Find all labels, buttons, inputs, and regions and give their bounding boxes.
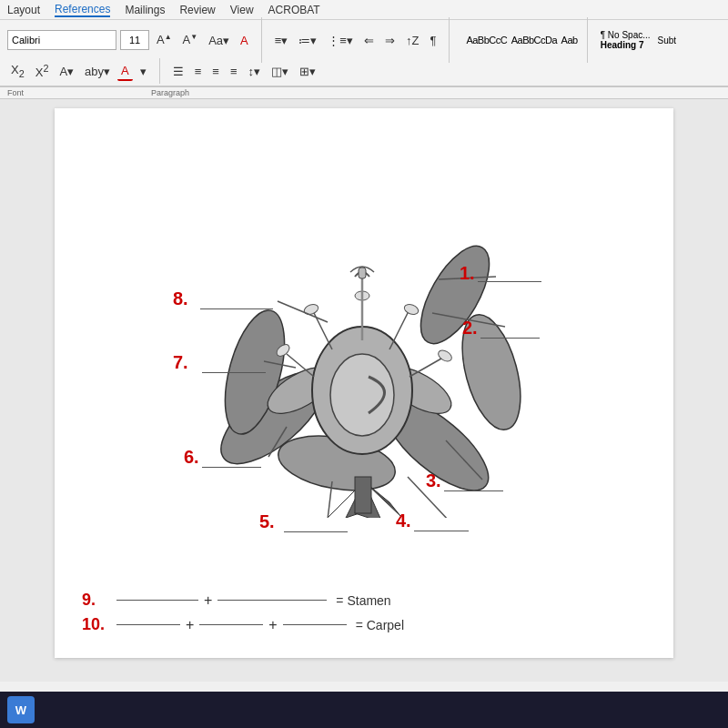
align-right-button[interactable]: ≡ — [208, 63, 223, 80]
equation-row-10: 10. + + = Carpel — [82, 615, 646, 634]
menu-references[interactable]: References — [55, 3, 110, 17]
styles-group: AaBbCcC AaBbCcDa Aab — [466, 35, 577, 46]
font-color-button[interactable]: A — [117, 62, 133, 81]
ribbon-divider-1 — [261, 17, 262, 63]
superscript-button[interactable]: X2 — [32, 61, 53, 81]
menu-acrobat[interactable]: ACROBAT — [268, 4, 320, 16]
flower-diagram-container: 1. 2. 3. 4. 5. 6. 7. 8. — [82, 126, 646, 581]
label-line-5 — [284, 531, 348, 532]
pilcrow-button[interactable]: ¶ — [426, 32, 440, 49]
label-4: 4. — [396, 511, 411, 531]
eq-blank-10c — [283, 624, 347, 625]
taskbar: W — [0, 692, 728, 728]
eq-equals-10: = Carpel — [356, 618, 404, 632]
label-3: 3. — [426, 470, 441, 491]
equations-section: 9. + = Stamen 10. + + = Carpel — [82, 591, 646, 634]
highlight-color-button[interactable]: aby▾ — [81, 63, 114, 80]
eq-plus-10b: + — [268, 617, 277, 633]
sort-button[interactable]: ↑Z — [402, 32, 422, 49]
menu-view[interactable]: View — [230, 4, 254, 16]
ribbon-divider-3 — [587, 17, 588, 63]
align-center-button[interactable]: ≡ — [191, 63, 206, 80]
ribbon-divider-2 — [449, 17, 450, 63]
label-1: 1. — [460, 263, 475, 284]
label-2: 2. — [462, 318, 478, 339]
label-line-3 — [444, 490, 503, 491]
document-area: 1. 2. 3. 4. 5. 6. 7. 8. 9. + — [0, 99, 728, 682]
align-left-button[interactable]: ☰ — [169, 63, 187, 80]
svg-line-34 — [278, 301, 328, 322]
subtitle-style[interactable]: Subt — [658, 35, 677, 46]
label-line-1 — [478, 281, 541, 282]
label-6: 6. — [184, 447, 199, 468]
multilevel-button[interactable]: ⋮≡▾ — [324, 32, 357, 49]
font-size-input[interactable] — [120, 30, 149, 50]
svg-line-19 — [389, 313, 408, 349]
eq-blank-10a — [116, 624, 180, 625]
label-line-2 — [480, 338, 540, 339]
menu-bar: Layout References Mailings Review View A… — [0, 0, 728, 20]
bullets-button[interactable]: ≡▾ — [271, 32, 292, 49]
menu-layout[interactable]: Layout — [7, 4, 40, 16]
eq-plus-9: + — [204, 592, 212, 609]
document-page: 1. 2. 3. 4. 5. 6. 7. 8. 9. + — [55, 108, 673, 658]
numbering-button[interactable]: ≔▾ — [295, 32, 320, 49]
eq-num-9: 9. — [82, 591, 107, 610]
svg-point-24 — [437, 349, 454, 364]
svg-point-20 — [403, 303, 420, 317]
svg-line-17 — [314, 313, 332, 349]
decrease-indent-button[interactable]: ⇐ — [360, 32, 378, 49]
label-5: 5. — [259, 511, 275, 532]
label-line-4 — [414, 531, 469, 531]
eq-equals-9: = Stamen — [336, 593, 390, 608]
font-name-input[interactable] — [7, 30, 116, 50]
justify-button[interactable]: ≡ — [227, 63, 241, 80]
eq-num-10: 10. — [82, 615, 107, 634]
font-color-arrow[interactable]: A▾ — [56, 63, 77, 80]
label-7: 7. — [173, 352, 188, 373]
ribbon: A▲ A▼ Aa▾ A ≡▾ ≔▾ ⋮≡▾ ⇐ ⇒ ↑Z ¶ AaBbCcC A… — [0, 20, 728, 87]
taskbar-word-icon[interactable]: W — [7, 696, 35, 723]
flower-svg — [136, 126, 592, 518]
ribbon-divider-4 — [159, 58, 160, 84]
font-section-label: Font — [7, 88, 24, 97]
eq-plus-10a: + — [186, 617, 194, 633]
font-color-button2[interactable]: ▾ — [136, 63, 150, 80]
font-shrink-button[interactable]: A▼ — [179, 31, 202, 48]
borders-button[interactable]: ⊞▾ — [296, 63, 319, 80]
paragraph-section-label: Paragraph — [151, 88, 189, 97]
eq-blank-9a — [116, 600, 198, 601]
label-line-8 — [200, 308, 273, 309]
menu-review[interactable]: Review — [179, 4, 215, 16]
no-spacing-style[interactable]: ¶ No Spac... — [601, 30, 651, 40]
line-spacing-button[interactable]: ↕▾ — [245, 63, 265, 80]
eq-blank-10b — [199, 624, 263, 625]
text-highlight-button[interactable]: A — [237, 32, 252, 49]
menu-mailings[interactable]: Mailings — [125, 4, 165, 16]
ribbon-labels: Font Paragraph — [0, 87, 728, 99]
shading-button[interactable]: ◫▾ — [268, 63, 292, 80]
change-case-button[interactable]: Aa▾ — [205, 32, 233, 49]
eq-blank-9b — [217, 600, 327, 601]
font-grow-button[interactable]: A▲ — [153, 31, 176, 48]
label-line-7 — [202, 372, 266, 373]
equation-row-9: 9. + = Stamen — [82, 591, 646, 610]
svg-rect-10 — [355, 477, 371, 513]
increase-indent-button[interactable]: ⇒ — [381, 32, 399, 49]
heading7-style[interactable]: Heading 7 — [601, 40, 651, 50]
style-sample-text: AaBbCcC AaBbCcDa Aab — [466, 35, 577, 46]
svg-point-18 — [303, 303, 319, 317]
label-line-6 — [202, 467, 261, 468]
svg-line-23 — [410, 359, 441, 377]
label-8: 8. — [173, 288, 188, 309]
svg-rect-26 — [359, 268, 366, 278]
subscript-button[interactable]: X2 — [7, 61, 28, 81]
